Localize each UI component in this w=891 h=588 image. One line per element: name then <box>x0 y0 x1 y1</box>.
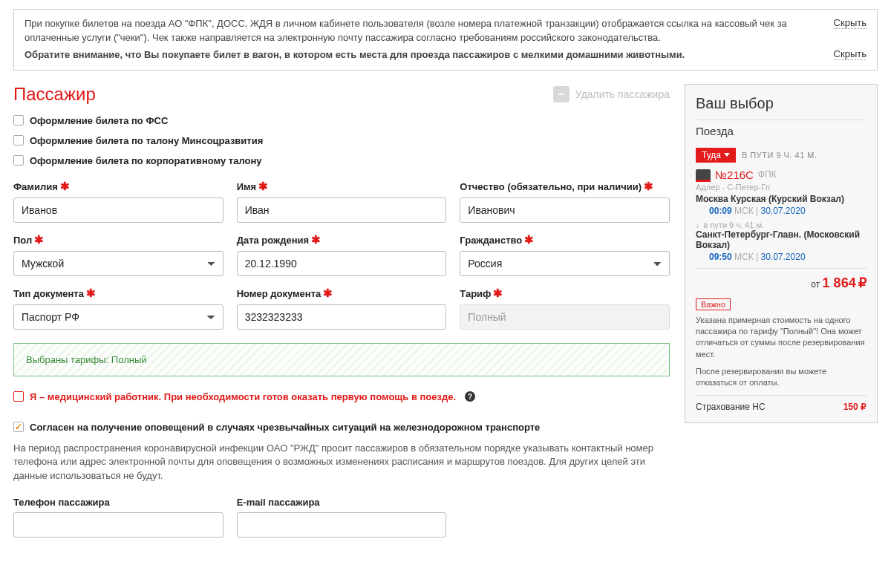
sidebar-your-choice: Ваш выбор Поезда Туда В ПУТИ 9 Ч. 41 М. … <box>685 84 878 423</box>
passenger-title: Пассажир <box>13 84 96 105</box>
checkbox-icon <box>13 155 24 166</box>
help-icon[interactable]: ? <box>465 391 475 402</box>
citizenship-select[interactable]: Россия <box>460 251 670 276</box>
checkbox-minsoc[interactable]: Оформление билета по талону Минсоцразвит… <box>13 135 670 146</box>
train-number: №216С <box>715 169 754 181</box>
gender-select[interactable]: Мужской <box>13 251 223 276</box>
field-doctype: Тип документа✱ Паспорт РФ <box>13 287 223 330</box>
field-dob: Дата рождения✱ <box>237 233 447 276</box>
duration-upper: В ПУТИ 9 Ч. 41 М. <box>742 151 817 160</box>
covid-text: На период распространения коронавирусной… <box>13 442 659 484</box>
field-citizenship: Гражданство✱ Россия <box>460 233 670 276</box>
insurance-row: Страхование НС 150 ₽ <box>696 395 866 412</box>
field-firstname: Имя✱ <box>237 180 447 223</box>
tariff-strip: Выбраны тарифы: Полный <box>13 343 670 376</box>
field-docnum: Номер документа✱ <box>237 287 447 330</box>
delete-passenger: − Удалить пассажира <box>553 86 670 102</box>
checkbox-medic[interactable]: Я – медицинский работник. При необходимо… <box>13 391 670 402</box>
checkbox-corp[interactable]: Оформление билета по корпоративному тало… <box>13 155 670 166</box>
field-tariff: Тариф✱ <box>460 287 670 330</box>
station-to: Санкт-Петербург-Главн. (Московский Вокза… <box>696 229 866 250</box>
doctype-select[interactable]: Паспорт РФ <box>13 304 223 330</box>
tariff-input <box>460 304 670 330</box>
sidebar-title: Ваш выбор <box>696 95 866 112</box>
arrival-row: 09:50 МСК | 30.07.2020 <box>709 252 866 262</box>
checkbox-fss[interactable]: Оформление билета по ФСС <box>13 115 670 126</box>
important-text-1: Указана примерная стоимость на одного па… <box>696 315 866 361</box>
hide-link-2[interactable]: Скрыть <box>834 48 866 60</box>
train-icon <box>696 169 711 180</box>
notice-text-1: При покупке билетов на поезда АО "ФПК", … <box>25 17 820 45</box>
field-lastname: Фамилия✱ <box>13 180 223 223</box>
field-gender: Пол✱ Мужской <box>13 233 223 276</box>
hide-link-1[interactable]: Скрыть <box>834 17 866 29</box>
patronymic-input[interactable] <box>460 197 670 223</box>
dob-input[interactable] <box>237 251 447 276</box>
field-phone: Телефон пассажира <box>13 497 223 538</box>
station-from: Москва Курская (Курский Вокзал) <box>696 194 866 204</box>
mid-duration: в пути 9 ч. 41 м. <box>696 220 866 229</box>
field-email: E-mail пассажира <box>237 497 447 538</box>
email-input[interactable] <box>237 512 447 538</box>
lastname-input[interactable] <box>13 197 223 223</box>
departure-row: 00:09 МСК | 30.07.2020 <box>709 206 866 216</box>
checkbox-icon <box>13 422 24 432</box>
minus-icon: − <box>553 86 569 102</box>
price-row: от 1 864 ₽ <box>696 275 866 291</box>
notice-text-2: Обратите внимание, что Вы покупаете биле… <box>25 48 820 62</box>
important-text-2: После резервирования вы можете отказатьс… <box>696 366 866 389</box>
train-company: ФПК <box>758 169 777 180</box>
field-patronymic: Отчество (обязательно, при наличии)✱ <box>460 180 670 223</box>
train-route: Адлер - С-Петер-Гл <box>696 183 866 192</box>
direction-badge[interactable]: Туда <box>696 148 736 163</box>
checkbox-icon <box>13 391 24 402</box>
docnum-input[interactable] <box>237 304 447 330</box>
checkbox-icon <box>13 115 24 125</box>
phone-input[interactable] <box>13 512 223 538</box>
important-badge: Важно <box>696 298 731 310</box>
firstname-input[interactable] <box>237 197 447 223</box>
checkbox-consent[interactable]: Согласен на получение оповещений в случа… <box>13 422 670 433</box>
notice-box: При покупке билетов на поезда АО "ФПК", … <box>13 9 878 71</box>
sidebar-subtitle: Поезда <box>696 120 866 142</box>
checkbox-icon <box>13 135 24 146</box>
